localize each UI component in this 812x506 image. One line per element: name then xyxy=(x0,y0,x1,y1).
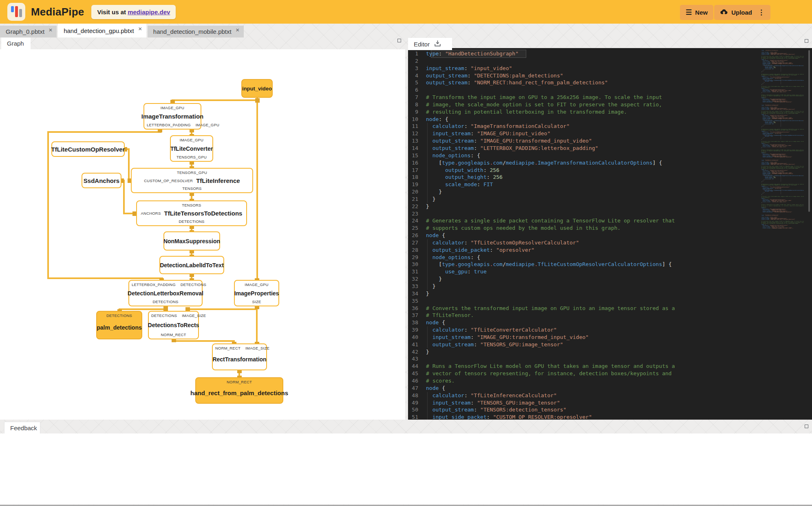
code-line: 22} xyxy=(408,203,812,210)
line-number: 28 xyxy=(408,246,426,254)
tab-feedback-label: Feedback xyxy=(10,425,37,431)
upload-button[interactable]: Upload ⋮ xyxy=(714,5,770,20)
graph-node-input_video[interactable]: input_video xyxy=(241,79,273,98)
graph-edge xyxy=(172,99,258,101)
code-line: 24# Generates a single side packet conta… xyxy=(408,217,812,224)
port-label: IMAGE_SIZE xyxy=(245,346,269,350)
mediapipe-dev-link[interactable]: mediapipe.dev xyxy=(128,9,170,15)
input-ports: IMAGE_GPU xyxy=(236,282,277,287)
close-icon[interactable]: ✕ xyxy=(236,27,240,33)
port-label: DETECTIONS xyxy=(152,299,178,304)
graph-node-TfLiteTensorsToDetections[interactable]: TENSORSANCHORSTfLiteTensorsToDetectionsD… xyxy=(136,200,247,226)
mediapipe-logo-icon xyxy=(7,3,25,21)
tab-feedback[interactable]: Feedback xyxy=(4,422,40,433)
port-label: TENSORS_GPU xyxy=(177,170,207,175)
input-ports: TENSORS xyxy=(139,203,245,207)
output-ports: DETECTIONS xyxy=(131,299,200,304)
code-line: 5output_stream: "NORM_RECT:hand_rect_fro… xyxy=(408,79,812,86)
line-number: 4 xyxy=(408,72,426,79)
line-number: 44 xyxy=(408,363,426,370)
code-line: 11 calculator: "ImageTransformationCalcu… xyxy=(408,123,812,130)
input-ports: IMAGE_GPU xyxy=(146,106,199,110)
graph-edge xyxy=(128,148,130,181)
code-line: 6 xyxy=(408,86,812,94)
port-label: DETECTIONS xyxy=(106,313,132,318)
code-line: 19 scale_mode: FIT xyxy=(408,181,812,188)
code-line: 7# Transforms the input image on GPU to … xyxy=(408,94,812,101)
code-line: 29 node_options: { xyxy=(408,254,812,261)
file-tab-label: hand_detection_gpu.pbtxt xyxy=(64,27,134,34)
node-body: DetectionLetterboxRemoval xyxy=(131,287,200,299)
app-header: MediaPipe Visit us at mediapipe.dev ☰ Ne… xyxy=(0,0,812,24)
input-ports: IMAGE_GPU xyxy=(172,138,211,142)
node-name: NonMaxSuppression xyxy=(163,238,220,244)
graph-node-SsdAnchors[interactable]: SsdAnchors xyxy=(82,173,121,188)
editor-minimap[interactable]: type: "HandDetectionSubgraph"input_strea… xyxy=(761,50,804,229)
editor-panel-expand-icon[interactable] xyxy=(805,39,808,43)
tab-graph[interactable]: Graph xyxy=(1,37,31,49)
node-name: DetectionLabelIdToText xyxy=(160,262,224,268)
new-button[interactable]: ☰ New xyxy=(680,5,713,20)
graph-node-TfLiteCustomOpResolver[interactable]: TfLiteCustomOpResolver xyxy=(51,141,125,157)
node-name: TfLiteConverter xyxy=(170,145,213,152)
node-body: CUSTOM_OP_RESOLVERTfLiteInference xyxy=(133,175,251,186)
line-number: 36 xyxy=(408,305,426,312)
code-line: 1type: "HandDetectionSubgraph" xyxy=(408,50,812,57)
graph-node-ImageTransformation[interactable]: IMAGE_GPUImageTransformationLETTERBOX_PA… xyxy=(143,103,201,130)
port-label: IMAGE_SIZE xyxy=(182,313,206,318)
graph-node-TfLiteInference[interactable]: TENSORS_GPUCUSTOM_OP_RESOLVERTfLiteInfer… xyxy=(131,168,253,193)
graph-node-DetectionsToRects[interactable]: DETECTIONSIMAGE_SIZEDetectionsToRectsNOR… xyxy=(148,311,199,339)
node-name: ImageTransformation xyxy=(141,113,204,120)
file-tab-Graph_0.pbtxt[interactable]: Graph_0.pbtxt✕ xyxy=(0,26,57,37)
node-name: TfLiteCustomOpResolver xyxy=(51,146,125,153)
graph-node-hand_rect_from_palm_detections[interactable]: NORM_RECThand_rect_from_palm_detections xyxy=(195,377,283,404)
port-label: LETTERBOX_PADDING xyxy=(147,123,191,127)
code-line: 36# Converts the transformed input image… xyxy=(408,305,812,312)
port-label: DETECTIONS xyxy=(181,282,206,287)
graph-node-RectTransformation[interactable]: NORM_RECTIMAGE_SIZERectTransformation xyxy=(212,343,267,370)
graph-node-DetectionLetterboxRemoval[interactable]: LETTERBOX_PADDINGDETECTIONSDetectionLett… xyxy=(128,280,203,306)
close-icon[interactable]: ✕ xyxy=(138,26,142,32)
code-line: 3input_stream: "input_video" xyxy=(408,65,812,72)
line-number: 43 xyxy=(408,355,426,363)
graph-node-TfLiteConverter[interactable]: IMAGE_GPUTfLiteConverterTENSORS_GPU xyxy=(170,135,213,162)
line-number: 35 xyxy=(408,297,426,305)
code-line: 42} xyxy=(408,348,812,356)
visit-prefix: Visit us at xyxy=(97,9,128,15)
output-ports: NORM_RECT xyxy=(150,332,196,337)
editor-scrollbar-thumb[interactable] xyxy=(808,50,810,212)
line-number: 33 xyxy=(408,283,426,290)
file-tab-hand_detection_gpu.pbtxt[interactable]: hand_detection_gpu.pbtxt✕ xyxy=(58,24,146,37)
graph-node-NonMaxSuppression[interactable]: NonMaxSuppression xyxy=(163,231,220,251)
close-icon[interactable]: ✕ xyxy=(49,27,53,33)
line-number: 21 xyxy=(408,196,426,203)
graph-node-palm_detections[interactable]: DETECTIONSpalm_detections xyxy=(96,311,142,339)
line-number: 5 xyxy=(408,79,426,86)
line-number: 19 xyxy=(408,181,426,188)
download-icon[interactable] xyxy=(434,40,441,48)
tab-editor[interactable]: Editor xyxy=(408,38,452,50)
code-editor[interactable]: 1type: "HandDetectionSubgraph"23input_st… xyxy=(408,48,812,420)
port-label: IMAGE_GPU xyxy=(196,123,219,127)
code-lines: 1type: "HandDetectionSubgraph"23input_st… xyxy=(408,50,812,420)
graph-canvas[interactable]: input_videoIMAGE_GPUImageTransformationL… xyxy=(0,49,405,420)
file-tab-label: Graph_0.pbtxt xyxy=(6,28,44,35)
line-number: 23 xyxy=(408,210,426,218)
code-line: 46# scores. xyxy=(408,377,812,385)
code-line: 20 } xyxy=(408,188,812,196)
graph-panel-expand-icon[interactable] xyxy=(397,39,401,42)
code-line: 47node { xyxy=(408,385,812,392)
line-number: 24 xyxy=(408,217,426,224)
code-line: 39 calculator: "TfLiteConverterCalculato… xyxy=(408,326,812,334)
upload-menu-kebab-icon[interactable]: ⋮ xyxy=(758,8,765,17)
feedback-panel-expand-icon[interactable] xyxy=(805,425,808,428)
node-name: palm_detections xyxy=(97,324,141,331)
line-number: 3 xyxy=(408,65,426,72)
graph-node-ImageProperties[interactable]: IMAGE_GPUImagePropertiesSIZE xyxy=(234,280,279,306)
input-ports: DETECTIONS xyxy=(99,313,140,318)
graph-node-DetectionLabelIdToText[interactable]: DetectionLabelIdToText xyxy=(159,256,224,274)
file-tab-hand_detection_mobile.pbtxt[interactable]: hand_detection_mobile.pbtxt✕ xyxy=(148,26,244,37)
line-number: 51 xyxy=(408,414,426,420)
input-ports: NORM_RECTIMAGE_SIZE xyxy=(214,346,265,350)
node-name: DetectionsToRects xyxy=(148,322,199,328)
